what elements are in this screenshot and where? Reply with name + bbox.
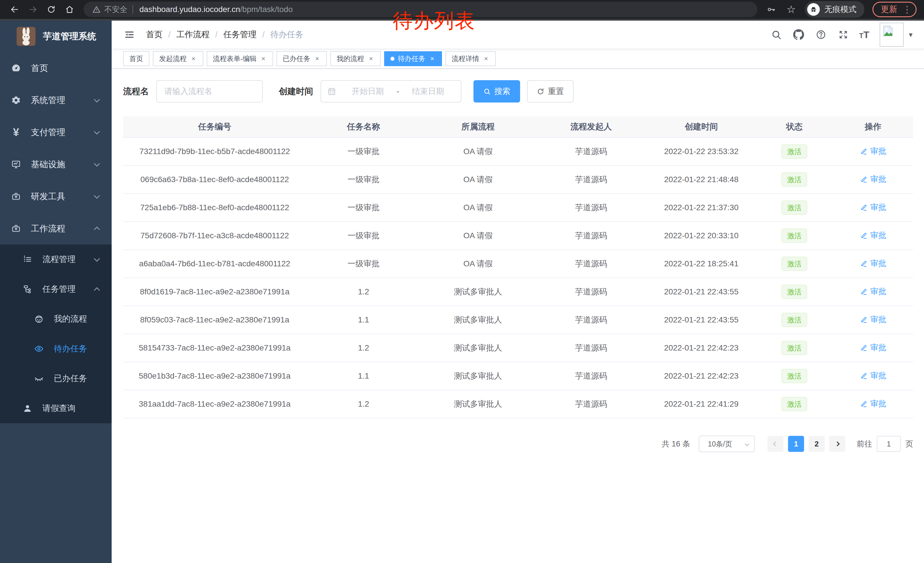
bookmark-star-icon[interactable]: ☆: [785, 3, 798, 16]
back-icon[interactable]: [8, 2, 22, 17]
cell-initiator: 芋道源码: [535, 137, 647, 165]
tab-home[interactable]: 首页: [123, 51, 149, 66]
tab-process-form-edit[interactable]: 流程表单-编辑: [207, 51, 273, 66]
breadcrumb-workflow[interactable]: 工作流程: [176, 29, 210, 41]
breadcrumb-home[interactable]: 首页: [146, 29, 163, 41]
pencil-icon: [860, 372, 868, 380]
sidebar-item-process-mgmt[interactable]: 流程管理: [0, 245, 112, 274]
insecure-label: 不安全: [104, 4, 128, 15]
avatar[interactable]: [880, 23, 904, 47]
font-size-icon[interactable]: TT: [859, 29, 869, 41]
approve-link[interactable]: 审批: [860, 342, 886, 353]
table-row: 580e1b3d-7ac8-11ec-a9e2-a2380e71991a 1.1…: [123, 362, 913, 390]
col-task-name: 任务名称: [306, 116, 421, 137]
github-icon[interactable]: [792, 28, 805, 41]
reset-button[interactable]: 重置: [527, 80, 574, 102]
task-table: 任务编号 任务名称 所属流程 流程发起人 创建时间 状态 操作: [123, 116, 913, 418]
tab-start-process[interactable]: 发起流程: [153, 51, 203, 66]
sidebar-item-task-mgmt[interactable]: 任务管理: [0, 274, 112, 304]
page-content: 流程名 创建时间 开始日期 - 结束日期 搜索: [112, 69, 924, 452]
close-tab-icon[interactable]: [190, 55, 197, 62]
url-host: dashboard.yudao.iocoder.cn: [140, 5, 240, 14]
cell-process: 测试多审批人: [421, 334, 535, 362]
sidebar-item-my-process[interactable]: 我的流程: [0, 304, 112, 334]
cell-initiator: 芋道源码: [535, 362, 647, 390]
fullscreen-icon[interactable]: [837, 28, 850, 41]
briefcase-icon: [10, 224, 22, 233]
approve-link[interactable]: 审批: [860, 230, 886, 241]
password-key-icon[interactable]: [765, 3, 777, 16]
goto-page-input[interactable]: [877, 436, 901, 452]
page-button-2[interactable]: 2: [808, 436, 825, 452]
status-badge: 激活: [782, 257, 807, 271]
sidebar-item-leave-query[interactable]: 请假查询: [0, 393, 112, 423]
status-badge: 激活: [782, 173, 807, 187]
tab-my-process[interactable]: 我的流程: [330, 51, 381, 66]
date-separator: -: [396, 87, 399, 96]
cell-initiator: 芋道源码: [535, 250, 647, 278]
sidebar-collapse-icon[interactable]: [123, 29, 136, 41]
app-logo-row[interactable]: 芋道管理系统: [0, 21, 112, 52]
pencil-icon: [860, 176, 868, 183]
sidebar-item-todo-tasks[interactable]: 待办任务: [0, 334, 112, 364]
next-page-button[interactable]: [829, 436, 845, 452]
cell-task-name: 一级审批: [306, 194, 421, 222]
close-tab-icon[interactable]: [483, 55, 489, 62]
main-area: 首页 / 工作流程 / 任务管理 / 待办任务: [112, 21, 924, 563]
forward-icon[interactable]: [26, 2, 40, 17]
approve-link[interactable]: 审批: [860, 286, 886, 297]
pencil-icon: [860, 204, 868, 211]
sidebar-item-done-tasks[interactable]: 已办任务: [0, 364, 112, 393]
breadcrumb-current: 待办任务: [270, 29, 303, 41]
approve-link[interactable]: 审批: [860, 258, 886, 269]
approve-link[interactable]: 审批: [860, 314, 886, 325]
refresh-icon[interactable]: [44, 2, 58, 17]
col-status: 状态: [756, 116, 833, 137]
eye-open-icon: [33, 344, 45, 354]
url-path: /bpm/task/todo: [240, 5, 293, 14]
tab-process-detail[interactable]: 流程详情: [446, 51, 496, 66]
gear-icon: [10, 95, 22, 105]
help-icon[interactable]: [814, 28, 828, 41]
caret-down-icon[interactable]: ▾: [909, 30, 912, 39]
insecure-warning-icon: [92, 5, 101, 14]
browser-menu-dots-icon[interactable]: ⋮: [903, 5, 912, 14]
cell-task-name: 一级审批: [306, 137, 421, 165]
sidebar-item-payment-mgmt[interactable]: ¥ 支付管理: [0, 116, 112, 148]
pencil-icon: [860, 260, 868, 267]
close-tab-icon[interactable]: [368, 55, 374, 62]
close-tab-icon[interactable]: [314, 55, 321, 62]
search-button[interactable]: 搜索: [474, 80, 520, 102]
sidebar-item-system-mgmt[interactable]: 系统管理: [0, 84, 112, 116]
goto-suffix: 页: [905, 439, 913, 449]
date-range-picker[interactable]: 开始日期 - 结束日期: [321, 80, 461, 102]
col-process: 所属流程: [421, 116, 535, 137]
incognito-label: 无痕模式: [824, 4, 856, 15]
calendar-icon: [327, 87, 336, 96]
search-icon[interactable]: [770, 28, 783, 41]
close-tab-icon[interactable]: [429, 55, 436, 62]
close-tab-icon[interactable]: [260, 55, 267, 62]
home-icon[interactable]: [62, 2, 77, 17]
approve-link[interactable]: 审批: [860, 370, 886, 381]
approve-link[interactable]: 审批: [860, 202, 886, 213]
cell-task-name: 一级审批: [306, 165, 421, 194]
approve-link[interactable]: 审批: [860, 146, 886, 157]
approve-link[interactable]: 审批: [860, 174, 886, 185]
dashboard-icon: [10, 63, 22, 73]
sidebar-item-workflow[interactable]: 工作流程: [0, 213, 112, 245]
cell-task-name: 1.2: [306, 278, 421, 306]
page-size-select[interactable]: 10条/页: [699, 435, 755, 452]
sidebar-item-dev-tools[interactable]: 研发工具: [0, 180, 112, 213]
tab-todo-tasks[interactable]: 待办任务: [384, 51, 442, 66]
sidebar-item-home[interactable]: 首页: [0, 52, 112, 84]
approve-link[interactable]: 审批: [860, 398, 886, 409]
browser-update-button[interactable]: 更新 ⋮: [873, 2, 916, 17]
chevron-down-icon: [94, 129, 100, 135]
sidebar-item-infrastructure[interactable]: 基础设施: [0, 148, 112, 180]
breadcrumb-task-mgmt[interactable]: 任务管理: [223, 29, 256, 41]
tab-done-tasks[interactable]: 已办任务: [276, 51, 327, 66]
process-name-input[interactable]: [156, 80, 263, 102]
page-button-1[interactable]: 1: [788, 436, 804, 452]
prev-page-button[interactable]: [767, 436, 783, 452]
